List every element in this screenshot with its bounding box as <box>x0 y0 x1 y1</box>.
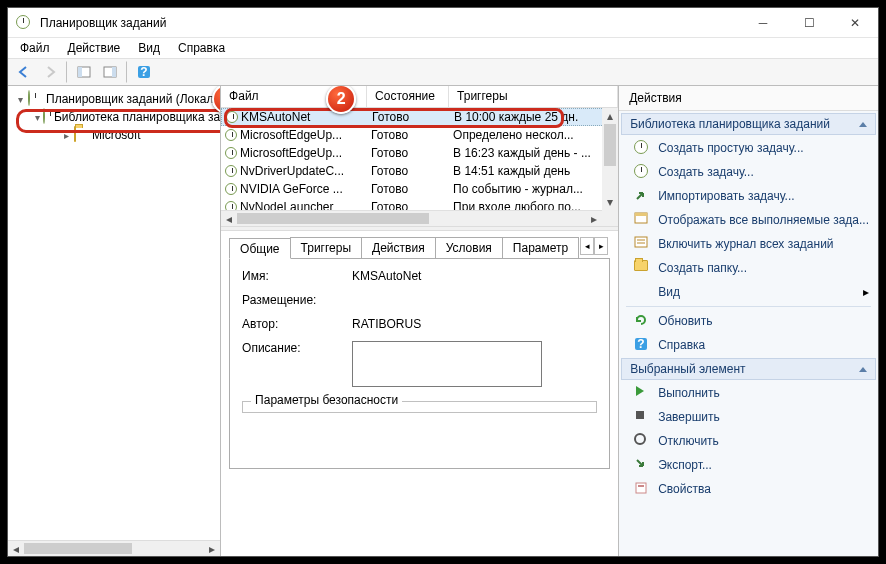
action-item[interactable]: Выполнить <box>620 381 877 405</box>
label-description: Описание: <box>242 341 352 355</box>
refresh-icon <box>634 313 650 329</box>
svg-point-14 <box>635 434 645 444</box>
submenu-icon: ▸ <box>863 285 869 299</box>
action-item[interactable]: Отображать все выполняемые зада... <box>620 208 877 232</box>
scroll-down-icon[interactable]: ▾ <box>602 194 618 210</box>
action-group-library[interactable]: Библиотека планировщика заданий <box>621 113 876 135</box>
minimize-button[interactable]: ─ <box>740 8 786 38</box>
actions-header: Действия <box>619 86 878 111</box>
maximize-button[interactable]: ☐ <box>786 8 832 38</box>
toolbar-btn-2[interactable] <box>98 61 122 83</box>
forward-button[interactable] <box>38 61 62 83</box>
col-triggers[interactable]: Триггеры <box>449 86 618 107</box>
security-label: Параметры безопасности <box>251 393 402 407</box>
scroll-right-icon[interactable]: ▸ <box>204 541 220 556</box>
disable-icon <box>634 433 650 449</box>
menu-action[interactable]: Действие <box>60 39 129 57</box>
svg-rect-1 <box>78 67 82 77</box>
tab-triggers[interactable]: Триггеры <box>290 237 363 258</box>
tab-general[interactable]: Общие <box>229 238 290 259</box>
menu-file[interactable]: Файл <box>12 39 58 57</box>
svg-text:?: ? <box>638 337 645 351</box>
expand-icon[interactable]: ▸ <box>60 130 72 141</box>
column-headers[interactable]: Файл Состояние Триггеры <box>221 86 618 108</box>
collapse-icon[interactable]: ▾ <box>34 112 41 123</box>
export-icon <box>634 457 650 473</box>
svg-text:?: ? <box>140 65 147 79</box>
clock-icon <box>634 140 650 156</box>
toolbar-btn-1[interactable] <box>72 61 96 83</box>
task-row[interactable]: KMSAutoNetГотовоВ 10:00 каждые 25 дн. <box>221 108 618 126</box>
tab-actions[interactable]: Действия <box>361 237 436 258</box>
action-view[interactable]: Вид ▸ <box>620 280 877 304</box>
tree-view[interactable]: ▾ Планировщик заданий (Локал ▾ Библиотек… <box>8 86 221 556</box>
security-groupbox: Параметры безопасности <box>242 401 597 413</box>
play-icon <box>634 385 650 401</box>
action-item[interactable]: Завершить <box>620 405 877 429</box>
app-icon <box>16 15 32 31</box>
task-row[interactable]: NVIDIA GeForce ...ГотовоПо событию - жур… <box>221 180 618 198</box>
col-state[interactable]: Состояние <box>367 86 449 107</box>
window-icon <box>634 212 650 228</box>
tasklist-h-scrollbar[interactable]: ◂ ▸ <box>221 210 602 226</box>
task-list[interactable]: Файл Состояние Триггеры KMSAutoNetГотово… <box>221 86 618 226</box>
action-help[interactable]: ? Справка <box>620 333 877 357</box>
action-properties[interactable]: Свойства <box>620 477 877 501</box>
action-item[interactable]: Экспорт... <box>620 453 877 477</box>
scroll-left-icon[interactable]: ◂ <box>221 211 237 226</box>
action-item[interactable]: Создать задачу... <box>620 160 877 184</box>
task-row[interactable]: MicrosoftEdgeUp...ГотовоВ 16:23 каждый д… <box>221 144 618 162</box>
tree-item-library[interactable]: ▾ Библиотека планировщика за <box>8 108 220 126</box>
action-item[interactable]: Создать папку... <box>620 256 877 280</box>
toolbar: ? <box>8 58 878 86</box>
label-name: Имя: <box>242 269 352 283</box>
svg-rect-15 <box>636 483 646 493</box>
action-item[interactable]: Импортировать задачу... <box>620 184 877 208</box>
action-item[interactable]: Отключить <box>620 429 877 453</box>
action-group-selected[interactable]: Выбранный элемент <box>621 358 876 380</box>
collapse-icon[interactable] <box>859 367 867 372</box>
help-button[interactable]: ? <box>132 61 156 83</box>
tree-root[interactable]: ▾ Планировщик заданий (Локал <box>8 90 220 108</box>
action-refresh[interactable]: Обновить <box>620 309 877 333</box>
scroll-right-icon[interactable]: ▸ <box>586 211 602 226</box>
tree-h-scrollbar[interactable]: ◂ ▸ <box>8 540 220 556</box>
tab-conditions[interactable]: Условия <box>435 237 503 258</box>
tasklist-v-scrollbar[interactable]: ▴ ▾ <box>602 108 618 210</box>
task-row[interactable]: MicrosoftEdgeUp...ГотовоОпределено неско… <box>221 126 618 144</box>
value-name: KMSAutoNet <box>352 269 597 283</box>
help-icon: ? <box>634 337 650 353</box>
svg-rect-13 <box>636 411 644 419</box>
description-textbox[interactable] <box>352 341 542 387</box>
back-button[interactable] <box>12 61 36 83</box>
scroll-up-icon[interactable]: ▴ <box>602 108 618 124</box>
view-icon <box>634 284 650 300</box>
tab-strip: Общие Триггеры Действия Условия Параметр… <box>229 237 610 259</box>
menu-view[interactable]: Вид <box>130 39 168 57</box>
details-pane: Общие Триггеры Действия Условия Параметр… <box>221 231 618 556</box>
tree-item-microsoft[interactable]: ▸ Microsoft <box>8 126 220 144</box>
action-item[interactable]: Создать простую задачу... <box>620 136 877 160</box>
scroll-left-icon[interactable]: ◂ <box>8 541 24 556</box>
svg-rect-3 <box>112 67 116 77</box>
properties-icon <box>634 481 650 497</box>
task-row[interactable]: NvDriverUpdateC...ГотовоВ 14:51 каждый д… <box>221 162 618 180</box>
title-bar: Планировщик заданий ─ ☐ ✕ <box>8 8 878 38</box>
tab-scroll[interactable]: ◂▸ <box>578 237 610 258</box>
action-item[interactable]: Включить журнал всех заданий <box>620 232 877 256</box>
collapse-icon[interactable]: ▾ <box>14 94 26 105</box>
close-button[interactable]: ✕ <box>832 8 878 38</box>
clock-icon <box>634 164 650 180</box>
stop-icon <box>634 409 650 425</box>
arrow-icon <box>634 188 650 204</box>
tab-params[interactable]: Параметр <box>502 237 579 258</box>
label-location: Размещение: <box>242 293 352 307</box>
menu-bar: Файл Действие Вид Справка <box>8 38 878 58</box>
svg-rect-8 <box>635 237 647 247</box>
svg-rect-7 <box>635 213 647 216</box>
log-icon <box>634 236 650 252</box>
menu-help[interactable]: Справка <box>170 39 233 57</box>
actions-pane: Действия Библиотека планировщика заданий… <box>619 86 878 556</box>
collapse-icon[interactable] <box>859 122 867 127</box>
folder-icon <box>634 260 650 276</box>
